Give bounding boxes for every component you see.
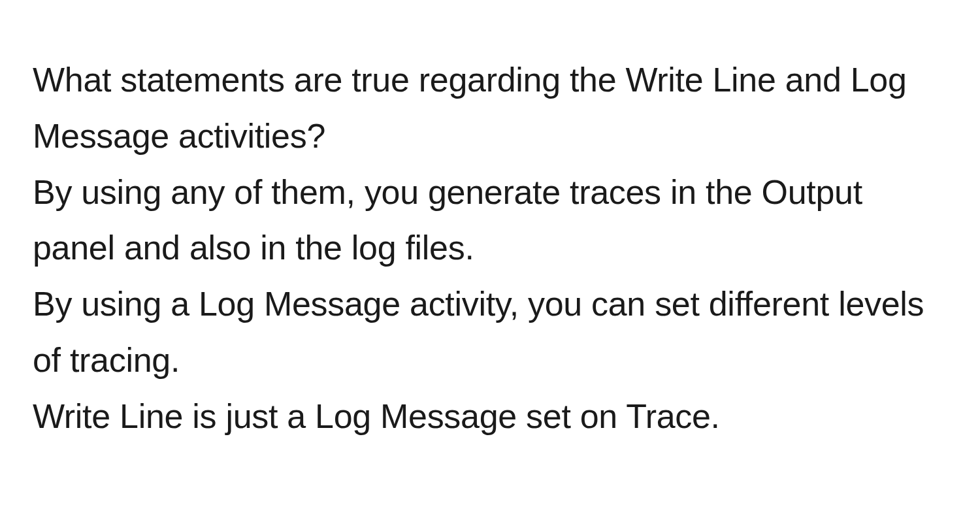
question-content: What statements are true regarding the W… (33, 52, 947, 445)
option-1-text: By using any of them, you generate trace… (33, 165, 947, 277)
option-3-text: Write Line is just a Log Message set on … (33, 389, 947, 445)
question-text: What statements are true regarding the W… (33, 52, 947, 165)
option-2-text: By using a Log Message activity, you can… (33, 276, 947, 389)
